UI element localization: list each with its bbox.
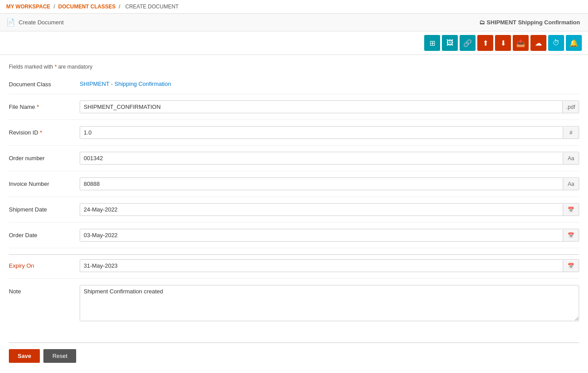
form-actions: Save Reset [0,343,588,369]
order-date-calendar-icon[interactable]: 📅 [563,230,579,241]
label-order-date: Order Date [9,229,80,238]
shipment-date-calendar-icon[interactable]: 📅 [563,204,579,215]
invoice-number-suffix: Aa [563,178,579,190]
grid-icon-btn[interactable]: ⊞ [424,35,440,51]
form-row-shipment-date: Shipment Date 📅 [9,203,579,223]
form-row-document-class: Document Class SHIPMENT - Shipping Confi… [9,78,579,94]
filename-input[interactable] [80,101,562,113]
label-invoice-number: Invoice Number [9,177,80,187]
label-filename: File Name * [9,100,80,110]
top-bar-left: 📄 Create Document [6,18,64,27]
label-revision-id: Revision ID * [9,126,80,136]
form-row-filename: File Name * .pdf [9,100,579,120]
separator [9,254,579,255]
form-row-revision-id: Revision ID * # [9,126,579,146]
revision-id-control-wrap: # [80,126,579,139]
breadcrumb-sep1: / [54,4,55,10]
mandatory-note: Fields marked with * are mandatory [9,64,579,70]
upload2-icon-btn[interactable]: 📤 [513,35,529,51]
label-order-number: Order number [9,152,80,162]
form-row-invoice-number: Invoice Number Aa [9,177,579,197]
label-expiry-on: Expiry On [9,259,80,269]
link-icon-btn[interactable]: 🔗 [460,35,476,51]
form-row-expiry-on: Expiry On 📅 [9,259,579,279]
form-row-order-number: Order number Aa [9,152,579,171]
note-textarea[interactable]: Shipment Confirmation created [80,285,579,321]
order-date-input[interactable] [80,229,563,241]
label-note: Note [9,285,80,295]
label-document-class: Document Class [9,78,80,88]
breadcrumb-sep2: / [119,4,120,10]
breadcrumb-current: CREATE DOCUMENT [125,4,178,10]
save-button[interactable]: Save [9,349,40,363]
top-bar-title: Create Document [19,19,64,26]
expiry-on-control-wrap: 📅 [80,259,579,272]
image-icon-btn[interactable]: 🖼 [442,35,458,51]
bell-icon-btn[interactable]: 🔔 [566,35,582,51]
upload-icon-btn[interactable]: ⬆ [477,35,493,51]
form-row-note: Note Shipment Confirmation created [9,285,579,327]
folder-icon: 🗂 [479,19,485,26]
revision-id-input[interactable] [80,127,563,138]
breadcrumb: MY WORKSPACE / DOCUMENT CLASSES / CREATE… [0,0,588,14]
shipment-date-control-wrap: 📅 [80,203,579,216]
order-number-control-wrap: Aa [80,152,579,165]
cloud-icon-btn[interactable]: ☁ [530,35,546,51]
revision-id-suffix: # [563,127,579,138]
note-control-wrap: Shipment Confirmation created [80,285,579,321]
filename-suffix: .pdf [562,101,579,113]
invoice-number-control-wrap: Aa [80,177,579,190]
breadcrumb-docclasses[interactable]: DOCUMENT CLASSES [58,4,116,10]
expiry-on-calendar-icon[interactable]: 📅 [563,260,579,272]
expiry-on-input[interactable] [80,260,563,272]
order-number-suffix: Aa [563,153,579,164]
form-area: Fields marked with * are mandatory Docum… [0,55,588,342]
top-bar-doc-class: 🗂 SHIPMENT Shipping Confirmation [479,19,580,26]
order-date-control-wrap: 📅 [80,229,579,242]
document-class-value: SHIPMENT - Shipping Confirmation [80,78,171,87]
breadcrumb-workspace[interactable]: MY WORKSPACE [6,4,50,10]
download-icon-btn[interactable]: ⬇ [495,35,511,51]
top-bar: 📄 Create Document 🗂 SHIPMENT Shipping Co… [0,14,588,31]
reset-button[interactable]: Reset [43,349,76,363]
mandatory-star: * [54,64,57,70]
top-bar-right: 🗂 SHIPMENT Shipping Confirmation [479,19,582,26]
shipment-date-input[interactable] [80,204,563,215]
order-number-input[interactable] [80,152,563,164]
form-row-order-date: Order Date 📅 [9,229,579,248]
speedometer-icon-btn[interactable]: ⏱ [548,35,564,51]
filename-control-wrap: .pdf [80,100,579,113]
toolbar: ⊞ 🖼 🔗 ⬆ ⬇ 📤 ☁ ⏱ 🔔 [0,31,588,55]
document-icon: 📄 [6,18,15,27]
invoice-number-input[interactable] [80,178,563,190]
label-shipment-date: Shipment Date [9,203,80,213]
